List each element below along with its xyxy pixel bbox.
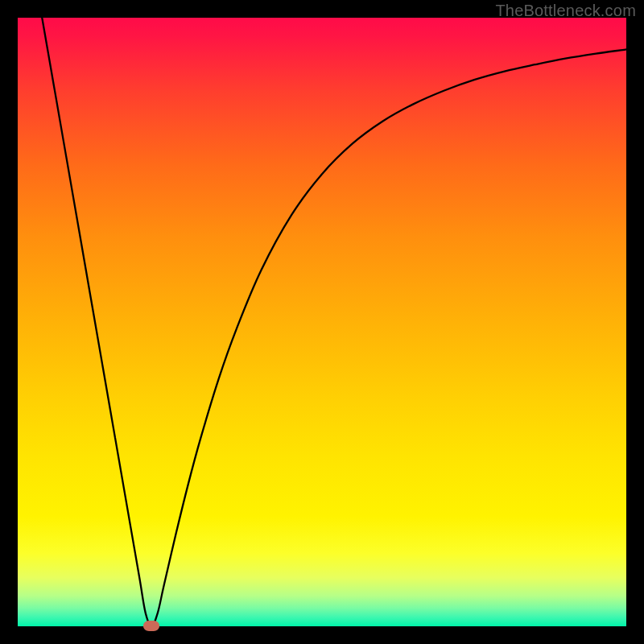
bottleneck-curve — [42, 18, 626, 626]
plot-frame — [18, 18, 626, 626]
optimal-point-marker — [143, 621, 159, 631]
watermark-text: TheBottleneck.com — [495, 2, 636, 20]
chart-svg — [18, 18, 626, 626]
